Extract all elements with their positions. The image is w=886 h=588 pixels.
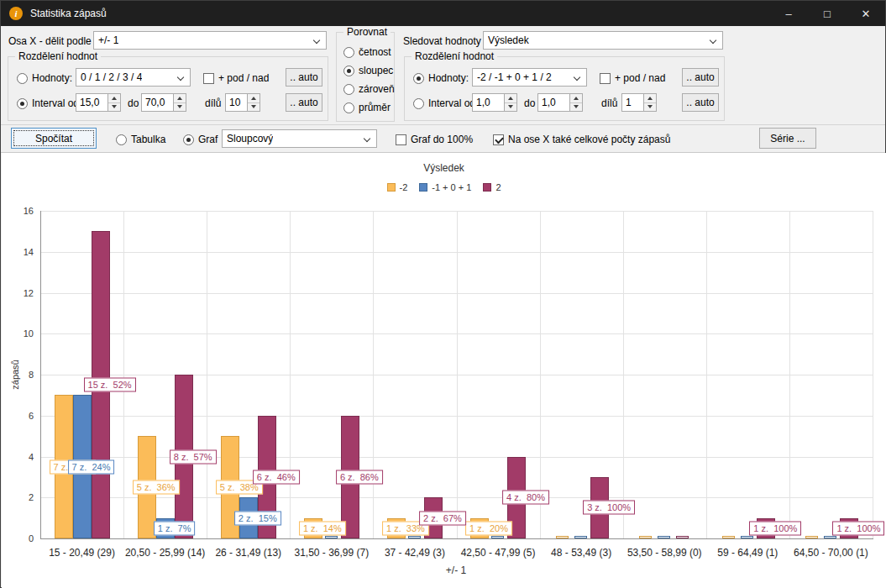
hodnoty-left-combobox[interactable]: 0 / 1 / 2 / 3 / 4 bbox=[76, 68, 191, 87]
radio-interval-right[interactable]: Interval od bbox=[413, 97, 475, 109]
x-tick-label: 64,50 - 70,00 (1) bbox=[794, 547, 868, 559]
bar-value-label: 4 z. 80% bbox=[502, 491, 549, 505]
auto-left-bottom-button[interactable]: .. auto bbox=[286, 93, 322, 112]
spinner[interactable] bbox=[247, 94, 260, 111]
auto-right-top-button[interactable]: .. auto bbox=[682, 68, 719, 87]
minimize-button[interactable]: – bbox=[769, 1, 808, 26]
checkbox-box bbox=[203, 73, 214, 84]
interval-to-right-input[interactable]: 1,0 bbox=[537, 93, 583, 112]
chart-area: Výsledek -2-1 + 0 + 12 zápasů +/- 1 0246… bbox=[2, 153, 886, 588]
close-button[interactable]: ✕ bbox=[847, 1, 885, 26]
porovnat-groupbox: Porovnat četnost sloupec zároveň průměr bbox=[336, 32, 395, 122]
y-axis bbox=[40, 211, 41, 538]
axis-x-value: +/- 1 bbox=[98, 34, 118, 46]
spin-down-icon bbox=[505, 102, 516, 112]
v-gridline bbox=[457, 211, 458, 538]
v-gridline bbox=[789, 211, 790, 538]
legend-swatch-icon bbox=[387, 183, 396, 192]
legend-swatch-icon bbox=[483, 183, 491, 192]
x-tick-label: 42,50 - 47,99 (5) bbox=[461, 547, 536, 559]
dilu-left-value: 10 bbox=[226, 94, 247, 111]
spocitat-button[interactable]: Spočítat bbox=[11, 128, 97, 149]
auto-right-bottom-button[interactable]: .. auto bbox=[682, 93, 719, 112]
radio-tabulka[interactable]: Tabulka bbox=[116, 134, 165, 145]
bar-value-label: 2 z. 67% bbox=[419, 511, 466, 525]
zero-bar-series--2 bbox=[639, 536, 652, 538]
bar-value-label: 1 z. 20% bbox=[465, 521, 512, 535]
radio-prumer[interactable]: průměr bbox=[343, 102, 391, 113]
y-tick-label: 16 bbox=[2, 206, 34, 216]
hodnoty-right-combobox[interactable]: -2 / -1 + 0 + 1 / 2 bbox=[472, 68, 587, 87]
checkbox-box bbox=[600, 73, 611, 84]
radio-hodnoty-right[interactable]: Hodnoty: bbox=[413, 72, 469, 84]
radio-dot bbox=[183, 134, 194, 145]
serie-button[interactable]: Série ... bbox=[759, 128, 816, 149]
radio-hodnoty-left[interactable]: Hodnoty: bbox=[17, 72, 72, 84]
radio-interval-left[interactable]: Interval od bbox=[17, 97, 79, 109]
y-tick-label: 2 bbox=[2, 492, 34, 502]
radio-label: zároveň bbox=[359, 83, 395, 95]
legend-item: -1 + 0 + 1 bbox=[419, 182, 471, 192]
maximize-button[interactable]: □ bbox=[808, 1, 847, 26]
axis-x-combobox[interactable]: +/- 1 bbox=[93, 31, 327, 50]
chart-legend: -2-1 + 0 + 12 bbox=[2, 182, 886, 192]
dilu-right-label: dílů bbox=[601, 97, 617, 109]
bar-value-label: 7 z. 24% bbox=[68, 459, 115, 474]
spin-down-icon bbox=[248, 102, 260, 112]
radio-graf[interactable]: Graf bbox=[183, 134, 218, 145]
radio-cetnost[interactable]: četnost bbox=[343, 46, 391, 58]
radio-label: Graf bbox=[198, 134, 218, 145]
dilu-right-input[interactable]: 1 bbox=[621, 93, 657, 112]
bar-value-label: 1 z. 100% bbox=[832, 521, 884, 535]
spinner[interactable] bbox=[107, 94, 120, 111]
radio-zaroven[interactable]: zároveň bbox=[343, 83, 395, 95]
v-gridline bbox=[623, 211, 624, 538]
zero-bar-series--2 bbox=[722, 536, 735, 538]
radio-dot bbox=[413, 98, 424, 109]
x-tick-label: 59 - 64,49 (1) bbox=[717, 547, 778, 559]
legend-item: -2 bbox=[387, 182, 408, 192]
interval-from-right-input[interactable]: 1,0 bbox=[472, 93, 517, 112]
radio-sloupec[interactable]: sloupec bbox=[343, 65, 393, 76]
rozdeleni-left-title: Rozdělení hodnot bbox=[15, 50, 101, 62]
radio-dot bbox=[343, 102, 354, 113]
x-tick-label: 15 - 20,49 (29) bbox=[49, 547, 115, 559]
pod-nad-right-checkbox[interactable]: + pod / nad bbox=[600, 72, 665, 84]
graf-type-combobox[interactable]: Sloupcový bbox=[222, 129, 377, 148]
interval-to-left-input[interactable]: 70,0 bbox=[141, 93, 186, 112]
separator bbox=[1, 124, 885, 125]
zero-bar-series--2 bbox=[556, 536, 569, 538]
window-title: Statistika zápasů bbox=[30, 8, 107, 19]
sledovat-combobox[interactable]: Výsledek bbox=[483, 31, 723, 50]
chevron-down-icon bbox=[313, 37, 320, 44]
pod-nad-left-checkbox[interactable]: + pod / nad bbox=[203, 72, 269, 84]
x-tick-label: 31,50 - 36,99 (7) bbox=[294, 547, 369, 559]
interval-to-left-value: 70,0 bbox=[142, 94, 173, 111]
spinner[interactable] bbox=[643, 94, 656, 111]
spin-up-icon bbox=[570, 94, 582, 102]
spinner[interactable] bbox=[504, 94, 516, 111]
radio-label: Hodnoty: bbox=[428, 72, 469, 84]
zero-bar-series--1 + 0 + 1 bbox=[574, 536, 587, 538]
interval-from-left-input[interactable]: 15,0 bbox=[76, 93, 121, 112]
y-tick-label: 14 bbox=[2, 247, 34, 257]
legend-swatch-icon bbox=[419, 183, 427, 192]
spinner[interactable] bbox=[173, 94, 186, 111]
rozdeleni-right-groupbox: Rozdělení hodnot Hodnoty: -2 / -1 + 0 + … bbox=[404, 56, 725, 121]
spin-down-icon bbox=[108, 102, 120, 112]
checkbox-label: + pod / nad bbox=[615, 72, 665, 84]
auto-left-top-button[interactable]: .. auto bbox=[286, 68, 322, 87]
spinner[interactable] bbox=[569, 94, 582, 111]
legend-label: -1 + 0 + 1 bbox=[432, 182, 471, 192]
x-tick-label: 53,50 - 58,99 (0) bbox=[627, 547, 702, 559]
graf-100-checkbox[interactable]: Graf do 100% bbox=[396, 134, 473, 145]
rozdeleni-left-groupbox: Rozdělení hodnot Hodnoty: 0 / 1 / 2 / 3 … bbox=[8, 56, 328, 121]
spin-down-icon bbox=[644, 102, 656, 112]
sledovat-label: Sledovat hodnoty bbox=[403, 35, 481, 47]
x-tick-label: 48 - 53,49 (3) bbox=[551, 547, 611, 559]
graf-type-value: Sloupcový bbox=[227, 133, 273, 144]
spin-down-icon bbox=[570, 102, 582, 112]
na-ose-x-checkbox[interactable]: Na ose X také celkové počty zápasů bbox=[493, 134, 670, 145]
zero-bar-series--1 + 0 + 1 bbox=[741, 536, 753, 538]
dilu-left-input[interactable]: 10 bbox=[225, 93, 260, 112]
